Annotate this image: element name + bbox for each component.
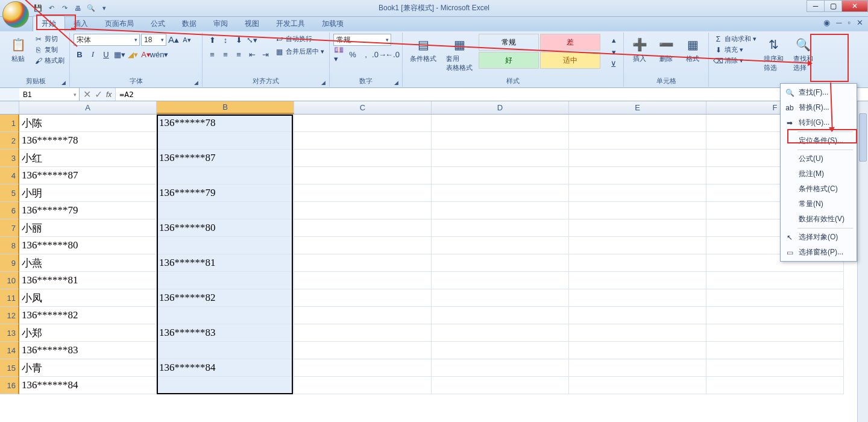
cell[interactable] xyxy=(569,115,706,132)
find-select-button[interactable]: 🔍查找和 选择 xyxy=(790,34,817,75)
align-top-icon[interactable]: ⬆ xyxy=(206,34,218,46)
qat-more-icon[interactable]: ▾ xyxy=(99,3,110,14)
painter-button[interactable]: 🖌格式刷 xyxy=(33,55,66,66)
cell[interactable]: 136******80 xyxy=(19,237,157,254)
menu-item[interactable]: 公式(U) xyxy=(782,151,855,166)
currency-icon[interactable]: 💷▾ xyxy=(333,48,345,60)
cell[interactable]: 136******82 xyxy=(19,307,157,324)
cell[interactable] xyxy=(294,132,432,150)
cell[interactable] xyxy=(569,254,706,272)
fill-color-button[interactable]: ◢▾ xyxy=(127,48,139,60)
row-header[interactable]: 14 xyxy=(0,342,19,359)
row-header[interactable]: 9 xyxy=(0,254,19,272)
menu-item[interactable]: ➡转到(G)... xyxy=(782,115,855,130)
cell[interactable] xyxy=(294,307,432,324)
cancel-icon[interactable]: ✕ xyxy=(83,89,91,100)
cell[interactable] xyxy=(294,184,432,202)
dialog-launcher-icon[interactable]: ◢ xyxy=(321,80,326,86)
cell[interactable]: 小丽 xyxy=(19,219,157,237)
column-header[interactable]: A xyxy=(19,101,157,114)
cell[interactable] xyxy=(157,132,294,150)
clear-button[interactable]: ⌫清除▾ xyxy=(712,55,758,66)
style-neutral[interactable]: 适中 xyxy=(540,52,600,69)
format-button[interactable]: ▦格式 xyxy=(681,34,705,66)
tab-formulas[interactable]: 公式 xyxy=(142,16,174,31)
delete-button[interactable]: ➖删除 xyxy=(654,34,678,66)
cell[interactable] xyxy=(432,272,569,289)
cell[interactable] xyxy=(706,342,844,359)
tab-review[interactable]: 审阅 xyxy=(205,16,236,31)
menu-item[interactable]: 定位条件(S)... xyxy=(782,133,855,148)
cell[interactable] xyxy=(706,324,844,342)
gallery-down-icon[interactable]: ▾ xyxy=(608,46,620,58)
cell[interactable] xyxy=(569,184,706,202)
copy-button[interactable]: ⎘复制 xyxy=(33,45,66,55)
gallery-more-icon[interactable]: ⊻ xyxy=(608,58,620,70)
cell[interactable]: 136******78 xyxy=(157,115,294,132)
style-bad[interactable]: 差 xyxy=(540,34,600,51)
align-left-icon[interactable]: ≡ xyxy=(206,48,218,60)
column-header[interactable]: D xyxy=(432,101,569,114)
cut-button[interactable]: ✂剪切 xyxy=(33,34,66,44)
column-header[interactable]: E xyxy=(569,101,706,114)
cell[interactable]: 136******84 xyxy=(157,359,294,377)
scrollbar-thumb[interactable] xyxy=(859,113,867,162)
cell[interactable] xyxy=(294,237,432,254)
cell[interactable] xyxy=(432,307,569,324)
cell[interactable] xyxy=(294,254,432,272)
font-size-combo[interactable]: 18 xyxy=(141,34,166,46)
cell[interactable]: 小燕 xyxy=(19,254,157,272)
ribbon-min-icon[interactable]: ─ xyxy=(836,18,841,27)
conditional-format-button[interactable]: ▤条件格式 xyxy=(406,34,440,66)
cell[interactable]: 136******78 xyxy=(19,132,157,150)
dialog-launcher-icon[interactable]: ◢ xyxy=(194,80,198,86)
row-header[interactable]: 3 xyxy=(0,150,19,167)
bold-button[interactable]: B xyxy=(74,48,86,60)
cell[interactable]: 136******80 xyxy=(157,219,294,237)
row-header[interactable]: 15 xyxy=(0,359,19,377)
row-header[interactable]: 10 xyxy=(0,272,19,289)
dec-decimal-icon[interactable]: ←.0 xyxy=(386,48,398,60)
comma-icon[interactable]: , xyxy=(360,48,372,60)
menu-item[interactable]: ▭选择窗格(P)... xyxy=(782,245,855,260)
underline-button[interactable]: U xyxy=(100,48,112,60)
cell[interactable] xyxy=(294,272,432,289)
row-header[interactable]: 2 xyxy=(0,132,19,150)
cell[interactable] xyxy=(157,377,294,394)
row-header[interactable]: 13 xyxy=(0,324,19,342)
menu-item[interactable]: 数据有效性(V) xyxy=(782,212,855,227)
row-header[interactable]: 12 xyxy=(0,307,19,324)
column-header[interactable]: B xyxy=(157,101,294,114)
cell[interactable] xyxy=(294,202,432,219)
cell[interactable] xyxy=(294,359,432,377)
cell[interactable]: 136******82 xyxy=(157,289,294,307)
cell[interactable] xyxy=(294,377,432,394)
menu-item[interactable]: 常量(N) xyxy=(782,197,855,212)
cell[interactable]: 136******79 xyxy=(157,184,294,202)
cell[interactable] xyxy=(569,132,706,150)
row-header[interactable]: 4 xyxy=(0,167,19,184)
tab-view[interactable]: 视图 xyxy=(236,16,268,31)
column-header[interactable]: C xyxy=(294,101,432,114)
cell[interactable] xyxy=(569,150,706,167)
paste-button[interactable]: 📋 粘贴 xyxy=(6,34,30,66)
help-icon[interactable]: ◉ xyxy=(823,18,830,27)
wrap-text-button[interactable]: ⮐自动换行 xyxy=(274,34,326,44)
cell[interactable]: 136******87 xyxy=(19,167,157,184)
save-icon[interactable]: 💾 xyxy=(33,3,43,14)
redo-icon[interactable]: ↷ xyxy=(59,3,70,14)
formula-input[interactable]: =A2 xyxy=(116,88,868,101)
indent-dec-icon[interactable]: ⇤ xyxy=(246,48,258,60)
sort-filter-button[interactable]: ⇅排序和 筛选 xyxy=(760,34,787,75)
cell[interactable] xyxy=(569,359,706,377)
row-header[interactable]: 16 xyxy=(0,377,19,394)
cell[interactable] xyxy=(569,307,706,324)
cell[interactable] xyxy=(432,132,569,150)
style-normal[interactable]: 常规 xyxy=(479,34,539,51)
cell[interactable] xyxy=(569,324,706,342)
gallery-up-icon[interactable]: ▴ xyxy=(608,34,620,46)
cell[interactable] xyxy=(157,167,294,184)
menu-item[interactable]: 条件格式(C) xyxy=(782,181,855,197)
row-header[interactable]: 11 xyxy=(0,289,19,307)
cell[interactable] xyxy=(294,115,432,132)
